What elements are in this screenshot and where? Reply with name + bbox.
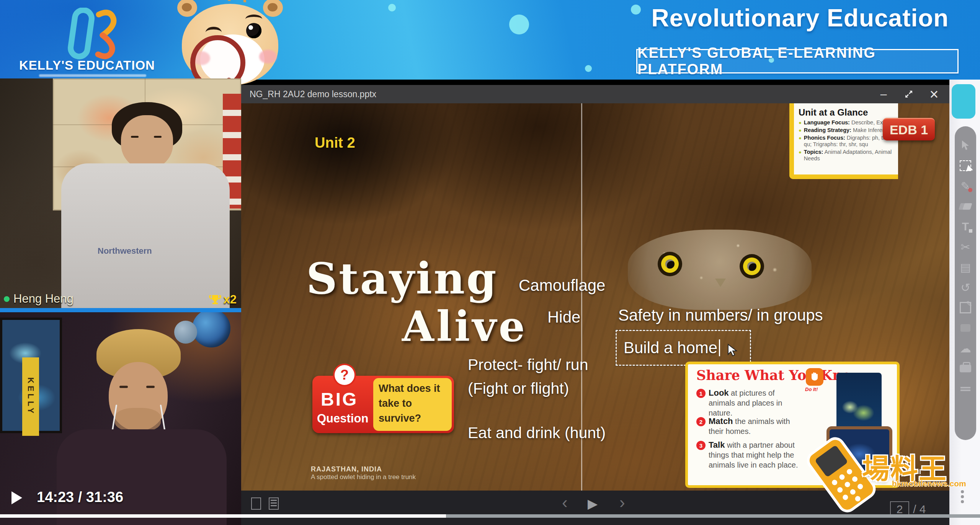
hands-holding-tablet bbox=[826, 426, 892, 477]
slide-panel-icon[interactable] bbox=[251, 497, 261, 510]
maximize-button[interactable] bbox=[898, 85, 920, 103]
video-progress-bar[interactable] bbox=[0, 514, 980, 518]
glance-title: Unit at a Glance bbox=[799, 107, 895, 118]
annotation-fight-or-flight: (Fight or flight) bbox=[468, 380, 569, 398]
yellow-sign: KELLY bbox=[22, 357, 39, 436]
kellys-education-logo: KELLY'S EDUCATION bbox=[16, 5, 169, 77]
glance-item: ●Topics: Animal Adaptations, Animal Need… bbox=[799, 149, 895, 162]
share-step: 1 Look at pictures of animals and places… bbox=[696, 388, 803, 418]
logo-title: KELLY'S EDUCATION bbox=[19, 58, 168, 73]
teacher-beard bbox=[115, 408, 161, 432]
trophy-icon bbox=[209, 293, 221, 306]
video-divider-bar bbox=[0, 308, 241, 312]
question-mark-icon: ? bbox=[335, 365, 354, 385]
maximize-icon bbox=[904, 90, 913, 99]
ppt-window-title: NG_RH 2AU2 demo lesson.pptx bbox=[250, 89, 376, 99]
share-step: 3 Talk with a partner about things that … bbox=[696, 440, 803, 470]
banner-dot bbox=[509, 15, 529, 34]
student-name: Heng Heng bbox=[13, 292, 74, 306]
big-question-text: What does it take to survive? bbox=[379, 381, 452, 426]
previous-slide-button[interactable]: ‹ bbox=[562, 493, 568, 512]
pointer-tool-icon[interactable] bbox=[957, 138, 974, 153]
glance-item: ●Reading Strategy: Make Inferences bbox=[799, 127, 895, 134]
play-button[interactable] bbox=[11, 491, 22, 504]
eraser-tool-icon[interactable] bbox=[957, 199, 974, 214]
student-face bbox=[121, 115, 173, 169]
drawing-toolbar: ✎ T ✂ ▤ ↺ ✎ ☁ bbox=[955, 126, 976, 440]
sidebar-primary-button[interactable] bbox=[952, 84, 975, 119]
share-step: 2 Match the animals with their homes. bbox=[696, 416, 803, 436]
undo-icon[interactable]: ↺ bbox=[957, 280, 974, 295]
edit-note-icon[interactable]: ✎ bbox=[957, 300, 974, 315]
mascot-brow bbox=[245, 15, 262, 24]
hamster-mascot bbox=[170, 0, 297, 79]
big-label: BIG bbox=[321, 389, 358, 410]
globe-small bbox=[174, 321, 197, 344]
edb-badge: EDB 1 bbox=[883, 118, 935, 140]
owl-beak bbox=[715, 279, 726, 287]
annotation-hide: Hide bbox=[547, 308, 580, 326]
select-tool-icon[interactable] bbox=[957, 158, 974, 173]
trophy-count: x2 bbox=[224, 293, 237, 307]
unit-label: Unit 2 bbox=[315, 135, 355, 151]
close-button[interactable]: × bbox=[923, 85, 945, 103]
student-video-feed: Northwestern Heng Heng x2 bbox=[0, 78, 241, 308]
cloud-upload-icon[interactable]: ☁ bbox=[957, 341, 974, 356]
annotation-build: Build a home bbox=[624, 339, 717, 357]
pen-tool-icon[interactable]: ✎ bbox=[957, 178, 974, 194]
banner-dot bbox=[388, 4, 396, 11]
annotation-safety: Safety in numbers/ in groups bbox=[618, 306, 823, 324]
student-shirt bbox=[61, 163, 230, 308]
slide-canvas: Unit 2 Staying Alive Camouflage Hide Saf… bbox=[241, 103, 949, 491]
owl-eye bbox=[658, 252, 682, 276]
fullscreen-icon[interactable] bbox=[920, 469, 931, 481]
volume-icon[interactable] bbox=[884, 468, 898, 481]
progress-fill bbox=[0, 514, 446, 518]
platform-banner: KELLY'S EDUCATION Revolutionary Educatio… bbox=[0, 0, 980, 80]
mascot-ear bbox=[263, 0, 283, 17]
mouse-cursor-icon bbox=[727, 344, 737, 357]
glance-item: ●Language Focus: Describe, Explain bbox=[799, 119, 895, 126]
photo-caption: RAJASTHAN, INDIA A spotted owlet hiding … bbox=[311, 465, 416, 481]
text-caret bbox=[719, 339, 720, 356]
notes-view-icon[interactable] bbox=[269, 497, 279, 510]
tablet-photo bbox=[826, 373, 892, 477]
tablet-screen bbox=[836, 373, 882, 430]
caption-location: RAJASTHAN, INDIA bbox=[311, 465, 416, 473]
briefcase-icon[interactable] bbox=[957, 361, 974, 376]
glance-item: ●Phonics Focus: Digraphs: ph, th, qu; Tr… bbox=[799, 135, 895, 148]
owl-eye bbox=[740, 254, 764, 279]
globe bbox=[192, 312, 230, 347]
caption-detail: A spotted owlet hiding in a tree trunk bbox=[311, 473, 416, 481]
tools-sidebar: ✎ T ✂ ▤ ↺ ✎ ☁ bbox=[949, 80, 980, 525]
logo-tagline bbox=[39, 74, 146, 77]
total-pages: / 4 bbox=[913, 503, 926, 516]
banner-subheadline: KELLY'S GLOBAL E-LEARNING PLATFORM bbox=[637, 45, 957, 78]
clear-slide-icon[interactable]: ▤ bbox=[957, 259, 974, 275]
big-question-text-panel: What does it take to survive? bbox=[373, 378, 452, 431]
mascot-ear bbox=[177, 0, 197, 17]
scissors-tool-icon[interactable]: ✂ bbox=[957, 239, 974, 254]
do-it-label: Do It! bbox=[805, 386, 818, 392]
banner-dot bbox=[585, 65, 592, 72]
student-name-tag: Heng Heng bbox=[4, 292, 74, 306]
slideshow-play-button[interactable]: ▶ bbox=[588, 496, 598, 511]
teacher-shirt bbox=[57, 429, 227, 525]
toolbar-label bbox=[957, 381, 974, 396]
ppt-bottom-bar: ‹ ▶ › 2 / 4 bbox=[241, 491, 949, 525]
next-slide-button[interactable]: › bbox=[619, 493, 625, 512]
minimize-button[interactable]: – bbox=[873, 85, 894, 103]
do-it-hand-icon bbox=[806, 368, 823, 386]
banner-subheadline-box: KELLY'S GLOBAL E-LEARNING PLATFORM bbox=[636, 49, 959, 73]
text-tool-icon[interactable]: T bbox=[957, 219, 974, 234]
save-icon[interactable] bbox=[957, 320, 974, 336]
slide-title-line1: Staying bbox=[306, 253, 498, 303]
ppt-window-titlebar[interactable]: NG_RH 2AU2 demo lesson.pptx bbox=[241, 85, 949, 103]
unit-at-a-glance-box: Unit at a Glance ●Language Focus: Descri… bbox=[789, 103, 898, 179]
banner-headline: Revolutionary Education bbox=[628, 4, 972, 32]
annotation-eat-drink: Eat and drink (hunt) bbox=[468, 424, 606, 442]
logo-k-icon bbox=[62, 8, 127, 61]
trophy-badge: x2 bbox=[209, 293, 237, 307]
mascot-cheek bbox=[259, 50, 277, 64]
more-options-icon[interactable] bbox=[961, 488, 964, 505]
